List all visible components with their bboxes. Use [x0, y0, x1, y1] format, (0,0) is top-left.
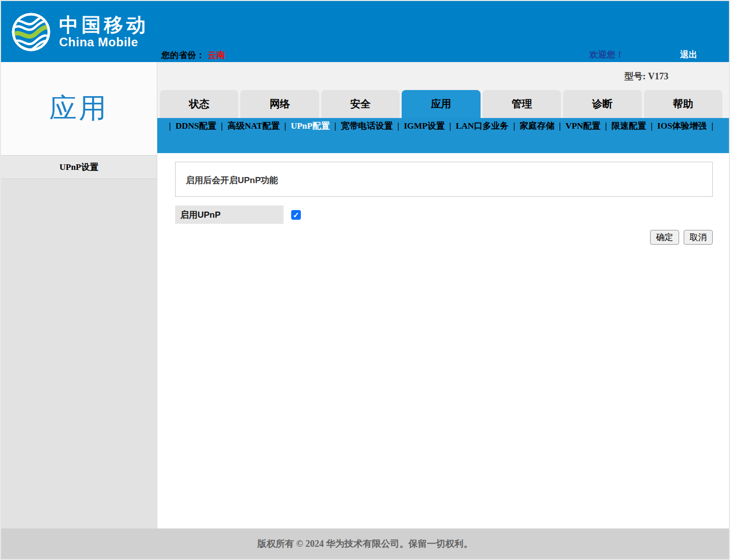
cancel-button[interactable]: 取消	[684, 230, 713, 245]
subnav-item-0[interactable]: DDNS配置	[176, 121, 216, 131]
tab-6[interactable]: 帮助	[644, 90, 722, 118]
tab-4[interactable]: 管理	[483, 90, 561, 118]
welcome-text: 欢迎您！	[589, 49, 624, 61]
tab-3[interactable]: 应用	[402, 90, 480, 118]
sidebar-filler	[1, 179, 157, 528]
upnp-enable-checkbox[interactable]: ✓	[291, 210, 301, 220]
brand-name-en: China Mobile	[59, 36, 149, 49]
province-value: 云南	[208, 50, 225, 60]
subnav-item-5[interactable]: LAN口多业务	[456, 121, 509, 131]
tab-5[interactable]: 诊断	[563, 90, 641, 118]
subnav-separator: |	[397, 121, 399, 131]
sidebar-item-0[interactable]: UPnP设置	[1, 155, 157, 179]
action-buttons: 确定 取消	[175, 230, 713, 245]
subnav-separator: |	[513, 121, 515, 131]
tab-1[interactable]: 网络	[240, 90, 319, 118]
sidebar-section-title: 应用	[49, 90, 108, 127]
subnav-item-6[interactable]: 家庭存储	[520, 121, 554, 131]
subnav-item-4[interactable]: IGMP设置	[404, 121, 444, 131]
subnav-separator: |	[651, 121, 653, 131]
model-label: 型号: V173	[625, 70, 669, 82]
china-mobile-logo-icon	[11, 12, 51, 52]
province-indicator: 您的省份：云南	[161, 49, 225, 61]
subnav-item-8[interactable]: 限速配置	[611, 121, 646, 131]
subnav-item-9[interactable]: IOS体验增强	[657, 121, 707, 131]
copyright-text: 版权所有 © 2024 华为技术有限公司。保留一切权利。	[258, 538, 473, 550]
ok-button[interactable]: 确定	[650, 230, 679, 245]
upnp-enable-label: 启用UPnP	[175, 205, 284, 224]
model-row: 型号: V173	[157, 62, 729, 90]
content-area: 启用后会开启UPnP功能 启用UPnP ✓ 确定 取消	[157, 153, 729, 528]
tab-0[interactable]: 状态	[160, 90, 238, 118]
main-column: 型号: V173 状态网络安全应用管理诊断帮助 |DDNS配置|高级NAT配置|…	[157, 62, 729, 528]
subnav-separator: |	[169, 121, 171, 131]
brand-text: 中国移动 China Mobile	[59, 15, 149, 49]
subnav-separator: |	[711, 121, 713, 131]
router-admin-page: 中国移动 China Mobile 您的省份：云南 欢迎您！ 退出 应用 UPn…	[0, 0, 730, 560]
main-tabs: 状态网络安全应用管理诊断帮助	[157, 90, 729, 118]
subnav-items: |DDNS配置|高级NAT配置|UPnP配置|宽带电话设置|IGMP设置|LAN…	[164, 121, 724, 132]
subnav-separator: |	[559, 121, 561, 131]
sidebar-section-header: 应用	[1, 62, 157, 155]
footer: 版权所有 © 2024 华为技术有限公司。保留一切权利。	[1, 528, 729, 559]
info-text: 启用后会开启UPnP功能	[186, 174, 702, 186]
subnav-item-1[interactable]: 高级NAT配置	[228, 121, 280, 131]
sidebar: 应用 UPnP设置	[1, 62, 157, 528]
province-label: 您的省份：	[161, 50, 205, 60]
brand-logo: 中国移动 China Mobile	[11, 12, 149, 52]
checkmark-icon: ✓	[293, 211, 299, 219]
subnav-bar: |DDNS配置|高级NAT配置|UPnP配置|宽带电话设置|IGMP设置|LAN…	[157, 118, 729, 153]
subnav-item-7[interactable]: VPN配置	[566, 121, 601, 131]
subnav-separator: |	[449, 121, 451, 131]
header: 中国移动 China Mobile 您的省份：云南 欢迎您！ 退出	[1, 1, 729, 62]
sidebar-menu: UPnP设置	[1, 155, 157, 179]
upnp-enable-row: 启用UPnP ✓	[175, 205, 713, 224]
subnav-item-2[interactable]: UPnP配置	[291, 121, 330, 131]
subnav-separator: |	[221, 121, 223, 131]
subnav-separator: |	[605, 121, 607, 131]
body-row: 应用 UPnP设置 型号: V173 状态网络安全应用管理诊断帮助 |DDNS配…	[1, 62, 729, 528]
info-box: 启用后会开启UPnP功能	[175, 162, 713, 197]
tab-2[interactable]: 安全	[321, 90, 400, 118]
subnav-separator: |	[284, 121, 286, 131]
logout-button[interactable]: 退出	[680, 49, 697, 61]
brand-name-cn: 中国移动	[59, 15, 149, 36]
subnav-item-3[interactable]: 宽带电话设置	[341, 121, 392, 131]
subnav-separator: |	[334, 121, 336, 131]
